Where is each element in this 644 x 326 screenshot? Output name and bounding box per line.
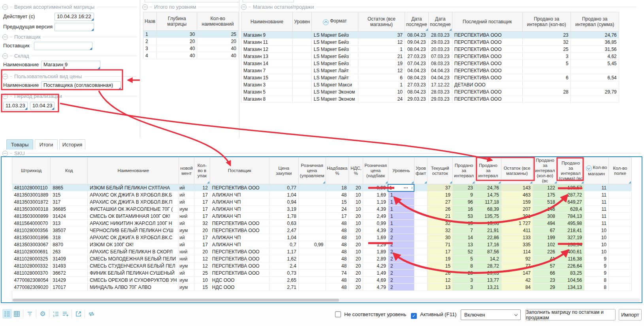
cell[interactable]: [571, 81, 619, 88]
cell[interactable]: 10: [584, 241, 609, 248]
cell[interactable]: 10: [349, 220, 363, 227]
stores-table[interactable]: Наименование Уровен Формат Остаток (все …: [241, 12, 619, 103]
sku-table[interactable]: Штрихкод Код Наименование новой мент Кол…: [12, 157, 632, 291]
valid-from-field[interactable]: 10.04.23 16:22: [55, 13, 94, 21]
cell[interactable]: 8: [453, 262, 475, 270]
cell[interactable]: 218,41: [557, 227, 584, 234]
cell[interactable]: 4,39: [363, 227, 388, 234]
cell[interactable]: 17,16: [475, 241, 501, 248]
cell[interactable]: 36672: [51, 270, 88, 277]
cell[interactable]: СМЕСЬ ОК ВИТАМИННАЯ 100Г ОК!: [88, 213, 179, 220]
period-from-field[interactable]: 11.03.23: [3, 102, 28, 110]
cell[interactable]: АРАХИС НИКИТИН ЖАР.СОЛ 100Г Н: [88, 220, 179, 227]
cell[interactable]: 48: [326, 241, 349, 248]
cell[interactable]: ПЕРСПЕКТИВА ООО: [210, 220, 269, 227]
table-row[interactable]: 22020: [143, 38, 239, 45]
table-row[interactable]: 481350300031836685ФИСТАШКИ ОК ЖАР.СОЛЕНЫ…: [12, 206, 632, 213]
table-row[interactable]: 48110280001108865ИЗЮМ БЕЛЫЙ ПЕЛИКАН СУЛТ…: [12, 184, 632, 191]
cell[interactable]: 4811028000332: [12, 262, 51, 270]
cell[interactable]: 28.03.23: [428, 88, 452, 96]
cell[interactable]: 10: [349, 206, 363, 213]
horizontal-scrollbar[interactable]: [12, 298, 640, 302]
cell[interactable]: 4813503000318: [12, 206, 51, 213]
col-header-last-date[interactable]: Дата последне: [428, 12, 452, 32]
cell[interactable]: ПЕРСПЕКТИВА ООО: [452, 96, 522, 103]
col-header-sold-interval-sum-store[interactable]: Продано за интервал: [475, 157, 501, 184]
cell[interactable]: 1: [388, 191, 414, 199]
cell[interactable]: [298, 262, 326, 270]
col-header-stock-all-stores[interactable]: Остаток (все магазины): [501, 157, 533, 184]
cell[interactable]: Магазин 11: [241, 39, 293, 46]
cell[interactable]: 20: [194, 248, 210, 255]
refresh-icon[interactable]: [87, 309, 96, 319]
row-selector-gutter[interactable]: [2, 157, 12, 302]
cell[interactable]: 287,72: [557, 191, 584, 199]
cell[interactable]: 26: [427, 206, 453, 213]
cell[interactable]: 104,56: [557, 277, 584, 284]
cell[interactable]: 5: [453, 255, 475, 262]
cell[interactable]: 146: [533, 206, 557, 213]
tab-history[interactable]: История: [59, 139, 85, 150]
cell[interactable]: 0,77: [269, 184, 298, 191]
col-header-barcode[interactable]: Штрихкод: [12, 157, 51, 184]
cell[interactable]: 28,72: [475, 262, 501, 270]
cell[interactable]: 12: [358, 39, 405, 46]
cell[interactable]: 0,99: [363, 184, 388, 191]
cell[interactable]: 12: [194, 262, 210, 270]
cell[interactable]: ПЕРСПЕКТИВА ООО: [452, 67, 522, 74]
fill-matrix-button[interactable]: Заполнить матрицу по остаткам и продажам: [525, 309, 616, 320]
cell[interactable]: [298, 284, 326, 291]
cell[interactable]: 48: [326, 227, 349, 234]
cell[interactable]: 3: [453, 277, 475, 284]
cell[interactable]: 04.04.23: [428, 67, 452, 74]
cell[interactable]: 12: [427, 277, 453, 284]
col-header-vat[interactable]: НДС, %: [349, 157, 363, 184]
cell[interactable]: 1: [388, 213, 414, 220]
cell[interactable]: 08.04.23: [405, 74, 429, 81]
cell[interactable]: LS Маркет Лайт: [312, 74, 358, 81]
cell[interactable]: 29,79: [571, 88, 619, 96]
table-row[interactable]: 481102800033231493СМЕСЬ СТУДЕНЧЕСКАЯ БЕЛ…: [12, 262, 632, 270]
cell[interactable]: 07.04.23: [405, 60, 429, 67]
cell[interactable]: [414, 227, 427, 234]
cell[interactable]: 31409: [51, 255, 88, 262]
col-header[interactable]: Назв: [143, 12, 157, 31]
cell[interactable]: 0,94: [269, 199, 298, 206]
cell[interactable]: [609, 213, 632, 220]
cell[interactable]: ий: [179, 234, 194, 241]
cell[interactable]: [414, 234, 427, 241]
cell[interactable]: 21: [427, 213, 453, 220]
cell[interactable]: 10: [194, 277, 210, 284]
cell[interactable]: 8: [584, 277, 609, 284]
cell[interactable]: 226,64: [557, 262, 584, 270]
cell[interactable]: 207: [501, 206, 533, 213]
cell[interactable]: [298, 255, 326, 262]
table-row[interactable]: Магазин 8LS Маркет Эконом2429.03.2329.03…: [241, 96, 619, 103]
cell[interactable]: 463: [501, 191, 533, 199]
table-row[interactable]: 4813503001896318АРАХИС ОК ДЖИГА В ХР.ОБО…: [12, 234, 632, 241]
cell[interactable]: 4811028000356: [12, 227, 51, 234]
cell[interactable]: 74: [326, 270, 349, 277]
cell[interactable]: 32: [427, 227, 453, 234]
cell[interactable]: 1: [388, 206, 414, 213]
cell[interactable]: 1: [388, 220, 414, 227]
cell[interactable]: 71: [427, 241, 453, 248]
table-row[interactable]: 477008230902017017МИНДАЛЬ АЛВО 70Г АЛВОи…: [12, 284, 632, 291]
cell[interactable]: [609, 220, 632, 227]
cell[interactable]: [298, 206, 326, 213]
cell[interactable]: [414, 255, 427, 262]
cell[interactable]: 17: [326, 213, 349, 220]
supplier-field[interactable]: [34, 42, 92, 50]
cell[interactable]: 32: [427, 220, 453, 227]
scrollbar-thumb[interactable]: [13, 299, 339, 302]
cell[interactable]: [293, 67, 312, 74]
cell[interactable]: LS Маркет Бейз: [312, 60, 358, 67]
cell[interactable]: 11: [584, 206, 609, 213]
cell[interactable]: АРАХИС ОК ДЖИГА В ХР.ОБОЛ.ВК.П: [88, 199, 179, 206]
cell[interactable]: 28: [522, 88, 571, 96]
cell[interactable]: 11: [584, 184, 609, 191]
cell[interactable]: 48: [326, 234, 349, 241]
cell[interactable]: 25: [194, 270, 210, 277]
cell[interactable]: АЛИЖАН ЧП: [210, 206, 269, 213]
cell[interactable]: 9: [453, 191, 475, 199]
